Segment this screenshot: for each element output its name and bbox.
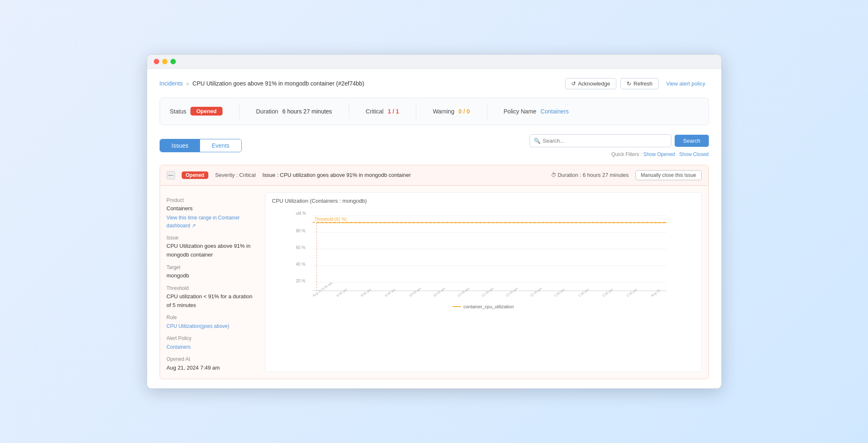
chart-legend: container_cpu_utilization: [272, 304, 695, 309]
collapse-icon: —: [168, 172, 173, 178]
chart-svg-wrap: util % 80 % 60 % 40 % 20 %: [272, 207, 695, 301]
tabs-search-row: Issues Events 🔍 Search Quick Filters : S…: [160, 134, 709, 157]
external-link-icon: ↗: [192, 223, 196, 229]
tab-issues[interactable]: Issues: [160, 139, 200, 152]
issue-body: Product Containers View this time range …: [160, 186, 708, 379]
acknowledge-icon: ↺: [571, 81, 576, 87]
divider-1: [239, 104, 240, 119]
quick-filters-label: Quick Filters :: [611, 151, 642, 157]
svg-text:Aug 22: Aug 22: [650, 288, 660, 297]
target-value: mongodb: [167, 272, 258, 280]
issue-meta: Product Containers View this time range …: [167, 192, 258, 373]
view-dashboard-link[interactable]: View this time range in Container dashbo…: [167, 215, 240, 229]
rule-label: Rule: [167, 314, 258, 322]
issue-status-badge: Opened: [182, 171, 209, 179]
acknowledge-button[interactable]: ↺ Acknowledge: [565, 78, 616, 89]
status-item-critical: Critical 1 / 1: [366, 108, 399, 115]
svg-text:20 %: 20 %: [296, 279, 305, 283]
target-label: Target: [167, 264, 258, 272]
svg-text:12:30 pm: 12:30 pm: [529, 287, 543, 298]
svg-text:11:30 am: 11:30 am: [480, 287, 494, 298]
status-item-status: Status Opened: [170, 107, 223, 116]
manually-close-button[interactable]: Manually close this issue: [635, 170, 702, 180]
show-closed-filter[interactable]: Show Closed: [679, 151, 709, 157]
search-button[interactable]: Search: [675, 135, 708, 147]
issue-duration: ⏱ Duration : 6 hours 27 minutes: [551, 172, 629, 178]
alert-policy-label: Alert Policy: [167, 335, 258, 342]
refresh-icon: ↻: [627, 81, 631, 87]
breadcrumb: Incidents » CPU Utilization goes above 9…: [160, 80, 365, 87]
search-input-row: 🔍 Search: [530, 134, 708, 147]
refresh-button[interactable]: ↻ Refresh: [620, 78, 659, 89]
svg-text:Threshold (91 %): Threshold (91 %): [315, 217, 347, 222]
traffic-light-yellow[interactable]: [162, 59, 168, 64]
warning-value: 0 / 0: [458, 108, 470, 115]
issue-severity: Severity : Critical: [215, 172, 256, 178]
issue-row: — Opened Severity : Critical Issue : CPU…: [160, 165, 709, 380]
svg-text:12:00 pm: 12:00 pm: [505, 287, 518, 298]
status-label: Status: [170, 108, 187, 115]
critical-value: 1 / 1: [388, 108, 399, 115]
issue-header: — Opened Severity : Critical Issue : CPU…: [160, 165, 708, 186]
product-label: Product: [167, 196, 258, 204]
threshold-label: Threshold: [167, 284, 258, 292]
breadcrumb-incidents-link[interactable]: Incidents: [160, 80, 183, 87]
warning-label: Warning: [433, 108, 455, 115]
svg-text:1:30 pm: 1:30 pm: [577, 287, 589, 297]
opened-at-value: Aug 21, 2024 7:49 am: [167, 364, 258, 373]
breadcrumb-row: Incidents » CPU Utilization goes above 9…: [160, 78, 709, 89]
clock-icon: ⏱: [551, 172, 556, 178]
svg-text:8:30 am: 8:30 am: [335, 287, 348, 297]
rule-value-link[interactable]: CPU Utilization(goes above): [167, 323, 230, 329]
chart-svg: util % 80 % 60 % 40 % 20 %: [272, 207, 695, 299]
policy-label: Policy Name: [504, 108, 537, 115]
divider-3: [416, 104, 416, 119]
view-alert-policy-button[interactable]: View alert policy: [663, 78, 709, 89]
traffic-lights: [154, 59, 176, 64]
svg-text:80 %: 80 %: [296, 229, 305, 233]
svg-text:util %: util %: [296, 211, 306, 216]
legend-color-dot: [453, 306, 461, 307]
search-input[interactable]: [530, 134, 671, 147]
browser-window: Incidents » CPU Utilization goes above 9…: [147, 54, 722, 389]
svg-text:2:30 pm: 2:30 pm: [625, 287, 638, 297]
svg-text:9:00 am: 9:00 am: [360, 287, 372, 297]
critical-label: Critical: [366, 108, 384, 115]
alert-policy-value-link[interactable]: Containers: [167, 344, 191, 350]
show-opened-filter[interactable]: Show Opened: [643, 151, 675, 157]
chart-area: CPU Utilization (Containers : mongodb) u…: [265, 192, 702, 373]
policy-value: Containers: [540, 108, 569, 115]
svg-text:11:00 am: 11:00 am: [456, 287, 470, 298]
duration-label: Duration: [256, 108, 278, 115]
svg-text:10:30 am: 10:30 am: [432, 287, 446, 298]
issue-label: Issue: [167, 234, 258, 242]
page-content: Incidents » CPU Utilization goes above 9…: [147, 69, 721, 389]
svg-text:Aug 21 8:00 am: Aug 21 8:00 am: [311, 281, 333, 297]
collapse-button[interactable]: —: [167, 171, 175, 179]
duration-value: 6 hours 27 minutes: [283, 108, 332, 115]
divider-4: [487, 104, 487, 119]
search-icon: 🔍: [534, 138, 540, 144]
traffic-light-red[interactable]: [154, 59, 159, 64]
status-badge-opened: Opened: [190, 107, 222, 116]
search-input-wrap: 🔍: [530, 134, 671, 147]
issue-value: CPU Utilization goes above 91% in mongod…: [167, 242, 258, 259]
divider-2: [349, 104, 349, 119]
status-item-duration: Duration 6 hours 27 minutes: [256, 108, 332, 115]
traffic-light-green[interactable]: [170, 59, 176, 64]
search-section: 🔍 Search Quick Filters : Show Opened · S…: [530, 134, 708, 157]
status-item-policy: Policy Name Containers: [504, 108, 569, 115]
tab-events[interactable]: Events: [200, 139, 241, 152]
opened-at-label: Opened At: [167, 355, 258, 363]
status-item-warning: Warning 0 / 0: [433, 108, 470, 115]
chart-title: CPU Utilization (Containers : mongodb): [272, 198, 695, 204]
tab-group: Issues Events: [160, 139, 242, 152]
breadcrumb-separator: »: [186, 81, 189, 87]
browser-chrome: [147, 55, 721, 69]
status-bar: Status Opened Duration 6 hours 27 minute…: [160, 98, 709, 125]
filter-separator: ·: [676, 151, 678, 157]
svg-text:9:30 am: 9:30 am: [384, 287, 396, 297]
svg-text:60 %: 60 %: [296, 245, 305, 250]
svg-text:1:00 pm: 1:00 pm: [553, 287, 565, 297]
svg-text:40 %: 40 %: [296, 262, 305, 267]
